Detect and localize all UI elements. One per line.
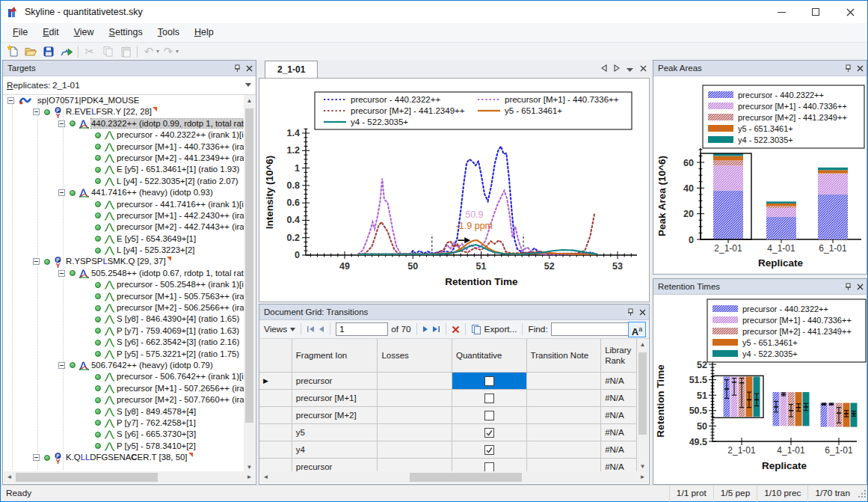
close-chart-icon[interactable] [640,64,647,74]
grid-horizontal-scrollbar[interactable]: ◄► [260,471,648,483]
resize-grip[interactable] [858,489,867,501]
column-header[interactable]: Fragment Ion [292,339,378,372]
collapse-toggle-icon[interactable] [33,258,40,265]
tree-item-transition[interactable]: L [y4] - 522.3035+[2] (ratio 2.07) [3,176,244,187]
scrollbar-thumb[interactable] [16,473,158,482]
scroll-left-icon[interactable]: ◄ [260,471,271,483]
library-rank-cell[interactable]: #N/A [601,424,637,441]
tree-item-transition[interactable]: precursor - 440.2322++ (irank 1)[i 1] [3,129,244,141]
library-rank-cell[interactable]: #N/A [601,459,637,472]
undo-button[interactable]: ↶ [140,43,158,59]
table-row[interactable]: precursor [M+1]#N/A [259,390,637,407]
grid-vertical-scrollbar[interactable]: ▲▼ [637,339,648,472]
quantitative-checkbox[interactable] [484,411,494,420]
fragment-ion-cell[interactable]: precursor [M+2] [292,407,378,423]
cut-button[interactable]: ✂ [81,43,99,59]
next-record-button[interactable] [422,325,429,333]
column-header[interactable]: Library Rank [601,339,637,372]
chart-menu-dropdown-icon[interactable] [627,64,633,74]
quantitative-checkbox[interactable] [484,445,494,455]
prev-chart-icon[interactable] [601,64,607,74]
collapse-toggle-icon[interactable] [33,108,40,115]
tree-item-transition[interactable]: precursor [M+2] - 442.7443++ (irank 3)[i… [3,221,244,233]
copy-icon[interactable] [471,324,481,334]
collapse-toggle-icon[interactable] [58,189,65,196]
quantitative-checkbox[interactable] [484,428,494,438]
targets-horizontal-scrollbar[interactable]: ◄► [4,471,255,483]
losses-cell[interactable] [378,424,452,441]
transition-note-cell[interactable] [527,441,602,458]
scrollbar-thumb[interactable] [410,473,522,482]
peak-areas-chart[interactable]: 02040602_1-014_1-016_1-01precursor - 440… [653,76,867,276]
row-indicator-cell[interactable] [259,407,292,423]
menu-settings[interactable]: Settings [102,23,150,42]
quantitative-cell[interactable] [452,441,527,458]
scroll-right-icon[interactable]: ► [637,471,648,483]
library-rank-cell[interactable]: #N/A [601,441,637,458]
record-position-input[interactable] [336,322,388,336]
transition-note-cell[interactable] [527,424,602,441]
tree-item-transition[interactable]: precursor [M+1] - 440.7336++ (irank 2)[i… [3,141,244,153]
transition-note-cell[interactable] [527,407,602,423]
fragment-ion-cell[interactable]: precursor [292,373,378,389]
close-panel-icon[interactable] [639,309,646,316]
scroll-left-icon[interactable]: ◄ [4,471,15,483]
tree-item-transition[interactable]: precursor [M+1] - 505.7563++ (irank 2)[i… [3,291,244,302]
chromatogram-chart[interactable]: 495051525300.20.40.60.811.21.450.9-1.9 p… [259,78,650,302]
save-button[interactable] [40,43,58,59]
losses-cell[interactable] [378,407,452,423]
next-chart-icon[interactable] [614,64,620,74]
open-button[interactable] [22,43,40,59]
first-record-button[interactable] [307,325,315,333]
last-record-button[interactable] [432,325,440,333]
collapse-toggle-icon[interactable] [58,120,65,127]
quantitative-cell[interactable] [452,407,527,423]
menu-file[interactable]: File [5,23,35,42]
tree-item-transition[interactable]: L [y4] - 525.3223+[2] [3,245,244,256]
tree-item-peptide[interactable]: PYR.YSPSPLSMK.Q [29, 37] [3,256,244,267]
tree-item-transition[interactable]: S [y8] - 846.4390+[4] (ratio 1.65) [3,313,244,325]
delete-icon[interactable] [452,325,460,334]
new-document-button[interactable] [4,43,22,59]
tree-item-peptide[interactable]: PYR.EVELFSR.Y [22, 28] [3,106,244,117]
table-row[interactable]: y4#N/A [259,441,637,459]
column-header[interactable]: Transition Note [527,339,602,372]
menu-view[interactable]: View [67,23,102,42]
tree-item-transition[interactable]: precursor [M+2] - 507.7660++ (irank 3)[i… [3,394,244,405]
quantitative-checkbox[interactable] [484,394,494,403]
close-button[interactable] [833,1,867,23]
copy-button[interactable] [99,43,117,59]
match-case-button[interactable]: Aa [628,322,646,337]
menu-tools[interactable]: Tools [150,23,187,42]
row-indicator-cell[interactable] [259,441,292,458]
quantitative-cell[interactable] [452,459,527,472]
tree-item-precursor[interactable]: 441.7416++ (heavy) (idotp 0.93) [3,187,244,198]
minimize-button[interactable] [764,1,798,23]
pin-icon[interactable] [845,283,852,291]
quantitative-checkbox[interactable] [484,376,494,386]
collapse-toggle-icon[interactable] [58,270,65,277]
library-rank-cell[interactable]: #N/A [601,390,637,406]
tree-item-transition[interactable]: S [y6] - 662.3542+[3] (ratio 2.16) [3,337,244,348]
tree-item-transition[interactable]: S [y8] - 849.4578+[4] [3,406,244,417]
tree-item-transition[interactable]: precursor [M+2] - 441.2349++ (irank 3)[i… [3,153,244,164]
tree-item-transition[interactable]: precursor [M+1] - 442.2430++ (irank 2)[i… [3,210,244,221]
transition-note-cell[interactable] [527,459,602,472]
library-rank-cell[interactable]: #N/A [601,407,637,423]
maximize-button[interactable] [798,1,833,23]
tree-item-peptide[interactable]: PYK.QLLDFGSENACER.T [38, 50] [3,452,244,463]
views-dropdown-icon[interactable] [290,328,295,331]
scrollbar-thumb[interactable] [245,108,253,423]
table-row[interactable]: ▶precursor#N/A [259,373,637,390]
views-button[interactable]: Views [264,324,287,334]
chromatogram-tab[interactable]: 2_1-01 [265,61,318,78]
redo-button[interactable]: ↷ [159,43,177,59]
retention-times-chart[interactable]: 49.55050.55151.5522_1-014_1-016_1-01prec… [653,295,867,486]
combo-dropdown-icon[interactable] [245,83,251,87]
quantitative-checkbox[interactable] [484,462,494,472]
scroll-right-icon[interactable]: ► [244,471,255,483]
close-panel-icon[interactable] [246,65,253,72]
scroll-up-icon[interactable]: ▲ [637,339,648,350]
table-row[interactable]: precursor#N/A [259,459,637,472]
pin-icon[interactable] [845,64,852,73]
